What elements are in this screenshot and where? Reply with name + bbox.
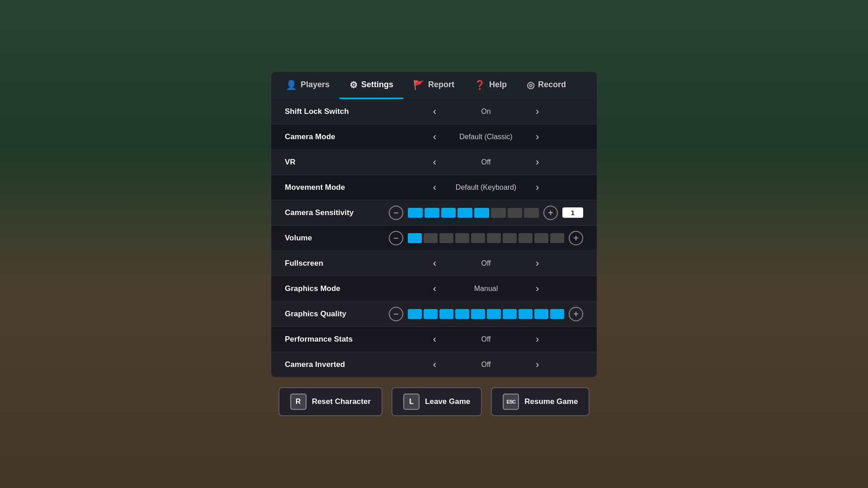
minus-btn-4[interactable]: − (389, 206, 403, 220)
setting-value-1: Default (Classic) (445, 133, 527, 141)
slider-seg-4-6[interactable] (508, 208, 523, 218)
arrow-right-10[interactable]: › (531, 357, 543, 372)
slider-seg-5-3[interactable] (455, 233, 469, 243)
plus-btn-5[interactable]: + (569, 231, 583, 245)
setting-value-6: Off (445, 259, 527, 267)
slider-seg-5-5[interactable] (487, 233, 501, 243)
arrow-left-10[interactable]: ‹ (429, 357, 441, 372)
slider-seg-5-7[interactable] (519, 233, 533, 243)
players-icon: 👤 (286, 80, 297, 90)
slider-seg-8-6[interactable] (503, 309, 517, 319)
bottom-action-bar: R Reset Character L Leave Game ESC Resum… (271, 387, 597, 416)
plus-btn-4[interactable]: + (543, 206, 558, 220)
tab-help-label: Help (489, 80, 507, 89)
tab-report-label: Report (428, 80, 454, 89)
setting-row-fullscreen: Fullscreen‹Off› (271, 251, 597, 276)
tab-help[interactable]: ❓ Help (464, 72, 517, 99)
slider-seg-4-2[interactable] (441, 208, 456, 218)
arrow-right-2[interactable]: › (531, 155, 543, 170)
tab-players[interactable]: 👤 Players (276, 72, 340, 99)
tab-settings[interactable]: ⚙ Settings (340, 72, 403, 99)
arrow-left-6[interactable]: ‹ (429, 256, 441, 271)
reset-character-button[interactable]: R Reset Character (278, 387, 382, 416)
slider-seg-8-4[interactable] (471, 309, 485, 319)
slider-seg-8-9[interactable] (550, 309, 564, 319)
slider-seg-8-0[interactable] (408, 309, 422, 319)
reset-character-label: Reset Character (312, 397, 371, 406)
minus-btn-8[interactable]: − (389, 307, 403, 321)
reset-key-badge: R (290, 394, 307, 410)
arrow-left-0[interactable]: ‹ (429, 104, 441, 119)
slider-track-8 (408, 309, 564, 319)
leave-game-label: Leave Game (425, 397, 470, 406)
slider-seg-5-2[interactable] (439, 233, 453, 243)
num-input-4[interactable] (562, 207, 583, 218)
setting-control-1: ‹Default (Classic)› (389, 129, 583, 145)
setting-row-performance-stats: Performance Stats‹Off› (271, 327, 597, 352)
slider-seg-5-1[interactable] (424, 233, 438, 243)
arrow-right-7[interactable]: › (531, 281, 543, 296)
setting-label-0: Shift Lock Switch (285, 107, 389, 116)
setting-label-9: Performance Stats (285, 335, 389, 344)
slider-seg-4-5[interactable] (491, 208, 506, 218)
slider-seg-8-2[interactable] (439, 309, 453, 319)
slider-seg-4-1[interactable] (425, 208, 439, 218)
setting-row-camera-sensitivity: Camera Sensitivity−+ (271, 200, 597, 225)
leave-game-button[interactable]: L Leave Game (392, 387, 482, 416)
slider-seg-5-8[interactable] (534, 233, 548, 243)
setting-label-8: Graphics Quality (285, 310, 389, 319)
setting-row-graphics-mode: Graphics Mode‹Manual› (271, 276, 597, 301)
setting-row-vr: VR‹Off› (271, 150, 597, 175)
slider-seg-8-5[interactable] (487, 309, 501, 319)
setting-value-3: Default (Keyboard) (445, 183, 527, 192)
slider-seg-8-1[interactable] (424, 309, 438, 319)
setting-row-volume: Volume−+ (271, 225, 597, 251)
setting-control-7: ‹Manual› (389, 281, 583, 296)
arrow-right-0[interactable]: › (531, 104, 543, 119)
arrow-left-3[interactable]: ‹ (429, 180, 441, 195)
tab-bar: 👤 Players ⚙ Settings 🚩 Report ❓ Help ◎ R… (271, 72, 597, 99)
arrow-left-1[interactable]: ‹ (429, 129, 441, 145)
arrow-left-9[interactable]: ‹ (429, 332, 441, 347)
setting-row-camera-mode: Camera Mode‹Default (Classic)› (271, 124, 597, 150)
slider-seg-5-6[interactable] (503, 233, 517, 243)
arrow-right-6[interactable]: › (531, 256, 543, 271)
setting-label-3: Movement Mode (285, 183, 389, 192)
setting-label-7: Graphics Mode (285, 284, 389, 293)
setting-label-2: VR (285, 158, 389, 167)
setting-control-5: −+ (389, 231, 583, 245)
arrow-right-3[interactable]: › (531, 180, 543, 195)
arrow-left-2[interactable]: ‹ (429, 155, 441, 170)
slider-seg-8-8[interactable] (534, 309, 548, 319)
slider-seg-5-9[interactable] (550, 233, 564, 243)
resume-key-badge: ESC (503, 394, 519, 410)
arrow-left-7[interactable]: ‹ (429, 281, 441, 296)
tab-record-label: Record (538, 80, 566, 89)
slider-seg-4-3[interactable] (458, 208, 472, 218)
setting-value-10: Off (445, 361, 527, 369)
setting-label-4: Camera Sensitivity (285, 208, 389, 217)
arrow-right-9[interactable]: › (531, 332, 543, 347)
slider-seg-4-4[interactable] (474, 208, 489, 218)
setting-label-6: Fullscreen (285, 259, 389, 268)
setting-row-camera-inverted: Camera Inverted‹Off› (271, 352, 597, 377)
resume-game-button[interactable]: ESC Resume Game (491, 387, 590, 416)
settings-modal: 👤 Players ⚙ Settings 🚩 Report ❓ Help ◎ R… (271, 72, 597, 416)
setting-label-10: Camera Inverted (285, 360, 389, 369)
tab-settings-label: Settings (361, 80, 393, 89)
slider-seg-5-4[interactable] (471, 233, 485, 243)
slider-seg-4-7[interactable] (524, 208, 539, 218)
report-icon: 🚩 (413, 80, 425, 90)
resume-game-label: Resume Game (524, 397, 578, 406)
arrow-right-1[interactable]: › (531, 129, 543, 145)
slider-seg-5-0[interactable] (408, 233, 422, 243)
setting-label-5: Volume (285, 234, 389, 243)
minus-btn-5[interactable]: − (389, 231, 403, 245)
tab-report[interactable]: 🚩 Report (403, 72, 464, 99)
slider-track-4 (408, 208, 539, 218)
plus-btn-8[interactable]: + (569, 307, 583, 321)
slider-seg-8-7[interactable] (519, 309, 533, 319)
slider-seg-4-0[interactable] (408, 208, 423, 218)
slider-seg-8-3[interactable] (455, 309, 469, 319)
tab-record[interactable]: ◎ Record (517, 72, 576, 99)
